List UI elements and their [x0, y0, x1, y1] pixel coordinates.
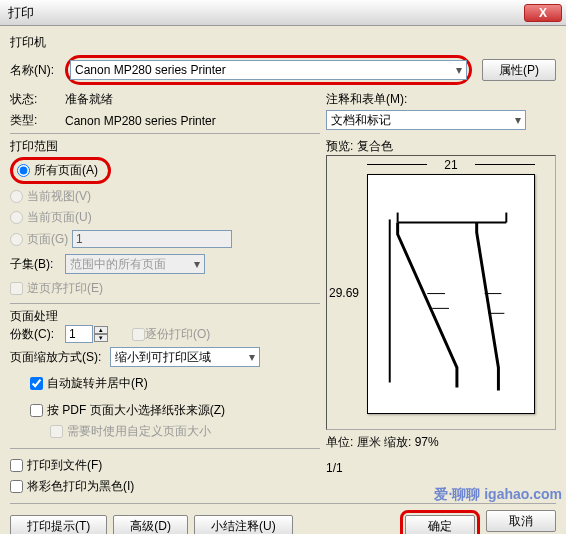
- preview-box: 21 29.69: [326, 155, 556, 430]
- pages-input: [72, 230, 232, 248]
- subset-value: 范围中的所有页面: [70, 256, 166, 273]
- type-label: 类型:: [10, 112, 65, 129]
- printer-name-dropdown[interactable]: Canon MP280 series Printer: [70, 60, 467, 80]
- reverse-label: 逆页序打印(E): [27, 280, 103, 297]
- preview-width: 21: [444, 158, 457, 172]
- watermark: 爱·聊聊 igahao.com: [434, 486, 562, 504]
- status-label: 状态:: [10, 91, 65, 108]
- current-view-radio: [10, 190, 23, 203]
- collate-checkbox: [132, 328, 145, 341]
- current-page-label: 当前页面(U): [27, 209, 92, 226]
- preview-title: 预览: 复合色: [326, 138, 556, 155]
- printer-section-title: 打印机: [10, 34, 556, 51]
- comments-dropdown[interactable]: 文档和标记: [326, 110, 526, 130]
- auto-rotate-checkbox[interactable]: [30, 377, 43, 390]
- choose-paper-checkbox[interactable]: [30, 404, 43, 417]
- scaling-dropdown[interactable]: 缩小到可打印区域: [110, 347, 260, 367]
- copies-label: 份数(C):: [10, 326, 65, 343]
- type-value: Canon MP280 series Printer: [65, 114, 216, 128]
- print-color-black-checkbox[interactable]: [10, 480, 23, 493]
- scaling-label: 页面缩放方式(S):: [10, 349, 110, 366]
- choose-paper-label: 按 PDF 页面大小选择纸张来源(Z): [47, 402, 225, 419]
- subset-dropdown: 范围中的所有页面: [65, 254, 205, 274]
- custom-size-checkbox: [50, 425, 63, 438]
- close-icon[interactable]: X: [524, 4, 562, 22]
- window-title: 打印: [8, 4, 34, 22]
- all-pages-radio[interactable]: [17, 164, 30, 177]
- ok-button[interactable]: 确定: [405, 515, 475, 534]
- auto-rotate-label: 自动旋转并居中(R): [47, 375, 148, 392]
- page-handling-title: 页面处理: [10, 309, 62, 323]
- pages-radio: [10, 233, 23, 246]
- units-label: 单位: 厘米 缩放:: [326, 435, 411, 449]
- scaling-value: 缩小到可打印区域: [115, 349, 211, 366]
- cancel-button[interactable]: 取消: [486, 510, 556, 532]
- name-label: 名称(N):: [10, 62, 65, 79]
- print-to-file-checkbox[interactable]: [10, 459, 23, 472]
- preview-paper: [367, 174, 535, 414]
- range-section-title: 打印范围: [10, 139, 62, 153]
- print-range-fieldset: 打印范围 所有页面(A) 当前视图(V) 当前页面(U) 页面(G) 子集(B)…: [10, 133, 320, 299]
- printer-name-value: Canon MP280 series Printer: [75, 63, 226, 77]
- footer: 打印提示(T) 高级(D) 小结注释(U) 确定 取消: [10, 510, 556, 534]
- all-pages-label: 所有页面(A): [34, 162, 98, 179]
- properties-button[interactable]: 属性(P): [482, 59, 556, 81]
- comments-label: 注释和表单(M):: [326, 91, 556, 108]
- print-tips-button[interactable]: 打印提示(T): [10, 515, 107, 534]
- summary-button[interactable]: 小结注释(U): [194, 515, 293, 534]
- print-to-file-label: 打印到文件(F): [27, 457, 102, 474]
- copies-down-icon[interactable]: ▾: [94, 334, 108, 342]
- pages-label: 页面(G): [27, 231, 72, 248]
- page-handling-fieldset: 页面处理 份数(C): ▴▾ 逐份打印(O) 页面缩放方式(S): 缩小到可打印…: [10, 303, 320, 442]
- preview-height: 29.69: [329, 286, 359, 300]
- subset-label: 子集(B):: [10, 256, 65, 273]
- comments-value: 文档和标记: [331, 112, 391, 129]
- current-page-radio: [10, 211, 23, 224]
- zoom-value: 97%: [415, 435, 439, 449]
- copies-up-icon[interactable]: ▴: [94, 326, 108, 334]
- reverse-checkbox: [10, 282, 23, 295]
- page-indicator: 1/1: [326, 461, 556, 475]
- status-value: 准备就绪: [65, 91, 113, 108]
- collate-label: 逐份打印(O): [145, 326, 210, 343]
- preview-content-icon: [368, 175, 534, 412]
- custom-size-label: 需要时使用自定义页面大小: [67, 423, 211, 440]
- print-color-black-label: 将彩色打印为黑色(I): [27, 478, 134, 495]
- advanced-button[interactable]: 高级(D): [113, 515, 188, 534]
- current-view-label: 当前视图(V): [27, 188, 91, 205]
- copies-input[interactable]: [65, 325, 93, 343]
- titlebar: 打印 X: [0, 0, 566, 26]
